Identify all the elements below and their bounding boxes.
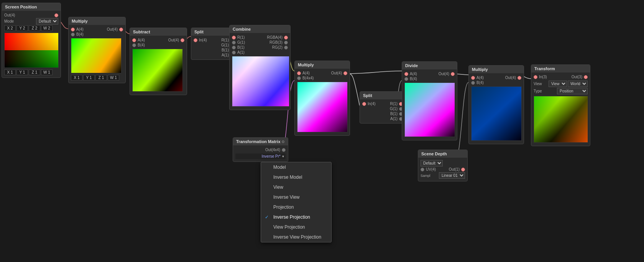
multiply1-header: Multiply: [69, 17, 125, 25]
dropdown-item-inverse-view-projection[interactable]: Inverse View Projection: [261, 232, 331, 242]
view-label: View: [273, 185, 283, 190]
subtract-a-port[interactable]: [132, 38, 136, 42]
transform-in-port[interactable]: [534, 75, 537, 79]
multiply1-b-label: B(4): [76, 32, 84, 36]
tm-out-port[interactable]: [282, 148, 286, 152]
node-divide: Divide A(4) Out(4) B(4): [402, 61, 457, 140]
split1-b-label: B(1): [222, 48, 229, 52]
sp-x2[interactable]: X 1: [4, 69, 16, 75]
sp-z[interactable]: Z 2: [29, 25, 40, 31]
transformation-matrix-title: Transformation Matrix: [236, 139, 281, 144]
multiply1-b-port[interactable]: [71, 33, 75, 36]
transform-world-select[interactable]: World: [568, 81, 588, 87]
dropdown-item-view[interactable]: View: [261, 182, 331, 192]
subtract-a-label: A(4): [138, 38, 145, 42]
subtract-header: Subtract: [130, 28, 187, 36]
projection-label: Projection: [273, 204, 294, 210]
sd-mode-select[interactable]: Default: [421, 160, 443, 166]
subtract-out-port[interactable]: [181, 38, 184, 42]
multiply3-a-port[interactable]: [471, 76, 475, 80]
multiply1-preview: [71, 38, 122, 73]
combine-g-label: G(1): [237, 40, 245, 44]
node-multiply3: Multiply A(4) Out(4) B(4): [468, 65, 524, 144]
node-canvas: Screen Position Out(4) Mode Default X 2 …: [0, 0, 644, 262]
sp-w[interactable]: W 2: [41, 25, 53, 31]
screen-position-title: Screen Position: [5, 5, 37, 9]
transform-type-select[interactable]: Position: [557, 88, 588, 94]
transform-out-port[interactable]: [584, 75, 588, 79]
dropdown-item-view-projection[interactable]: View Projection: [261, 222, 331, 232]
split1-in-port[interactable]: [194, 38, 197, 42]
sp-out-label: Out(4): [4, 13, 15, 17]
sp-w2[interactable]: W 1: [41, 69, 53, 75]
multiply1-out-port[interactable]: [119, 28, 123, 31]
combine-b-in-port[interactable]: [232, 46, 236, 49]
m1-z[interactable]: Z 1: [95, 75, 107, 81]
split2-b-label: B(1): [390, 112, 398, 116]
combine-rg-label: RG(2): [272, 45, 283, 49]
split2-title: Split: [363, 93, 372, 98]
dropdown-item-inverse-view[interactable]: Inverse View: [261, 192, 331, 202]
sp-x[interactable]: X 2: [4, 25, 16, 31]
inverse-projection-label: Inverse Projection: [273, 214, 310, 220]
combine-rgba-port[interactable]: [284, 36, 288, 40]
dropdown-item-model[interactable]: Model: [261, 162, 331, 172]
dropdown-item-inverse-projection[interactable]: ✓ Inverse Projection: [261, 212, 331, 222]
dropdown-item-projection[interactable]: Projection: [261, 202, 331, 212]
combine-a-in-port[interactable]: [232, 51, 236, 54]
sp-out-port[interactable]: [54, 13, 58, 17]
sp-y2[interactable]: Y 1: [16, 69, 28, 75]
split1-r-label: R(1): [222, 38, 229, 42]
multiply3-header: Multiply: [469, 66, 524, 73]
multiply2-out-label: Out(4): [331, 71, 342, 75]
view-projection-label: View Projection: [273, 224, 305, 230]
transformation-type-dropdown: Model Inverse Model View Inverse View Pr…: [261, 162, 332, 242]
subtract-b-port[interactable]: [132, 43, 136, 47]
divide-a-label: A(4): [410, 72, 417, 76]
multiply3-preview: [471, 86, 522, 141]
transform-view-select[interactable]: View: [549, 81, 567, 87]
divide-a-port[interactable]: [404, 72, 408, 76]
m1-x[interactable]: X 1: [71, 75, 82, 81]
sd-out-port[interactable]: [461, 168, 465, 171]
divide-header: Divide: [402, 62, 457, 69]
sp-preview: [4, 33, 59, 68]
sd-uv-port[interactable]: [421, 168, 424, 171]
split2-in-port[interactable]: [362, 102, 366, 106]
node-transform: Transform In(3) Out(3) View View: [531, 64, 590, 146]
divide-preview: [404, 82, 455, 137]
multiply2-b-port[interactable]: [297, 76, 301, 80]
divide-out-label: Out(4): [439, 72, 449, 76]
m1-y[interactable]: Y 1: [83, 75, 95, 81]
combine-r-port[interactable]: [232, 36, 236, 40]
combine-rgb-port[interactable]: [284, 41, 288, 44]
multiply1-title: Multiply: [72, 19, 88, 23]
sp-mode-select[interactable]: Default: [36, 18, 58, 25]
sp-z2[interactable]: Z 1: [29, 69, 40, 75]
sd-sampler-select[interactable]: Linear 01: [439, 172, 465, 179]
dropdown-item-inverse-model[interactable]: Inverse Model: [261, 172, 331, 182]
transform-in-label: In(3): [539, 75, 547, 79]
split2-r-label: R(1): [390, 102, 398, 106]
node-subtract: Subtract A(4) Out(4) B(4): [130, 28, 187, 95]
multiply1-a-port[interactable]: [71, 28, 75, 31]
transformation-matrix-settings-icon[interactable]: ⚙: [281, 140, 285, 144]
multiply3-out-port[interactable]: [518, 76, 521, 80]
multiply2-out-port[interactable]: [343, 71, 347, 75]
transform-type-label: Type: [534, 89, 542, 93]
tm-dropdown-arrow[interactable]: ▾: [282, 154, 284, 158]
node-combine: Combine R(1) RGBA(4) G(1) RGB(3): [229, 25, 291, 110]
split2-g-label: G(1): [390, 107, 398, 111]
divide-out-port[interactable]: [451, 72, 455, 76]
multiply3-title: Multiply: [472, 67, 488, 72]
combine-g-port[interactable]: [232, 41, 236, 44]
inverse-view-label: Inverse View: [273, 194, 299, 200]
combine-rg-port[interactable]: [284, 46, 288, 49]
sp-y[interactable]: Y 2: [16, 25, 28, 31]
scene-depth-title: Scene Depth: [421, 152, 447, 156]
multiply3-b-port[interactable]: [471, 81, 475, 85]
m1-w[interactable]: W 1: [108, 75, 119, 81]
multiply2-a-port[interactable]: [297, 71, 301, 75]
subtract-preview: [132, 49, 183, 92]
divide-b-port[interactable]: [404, 77, 408, 81]
